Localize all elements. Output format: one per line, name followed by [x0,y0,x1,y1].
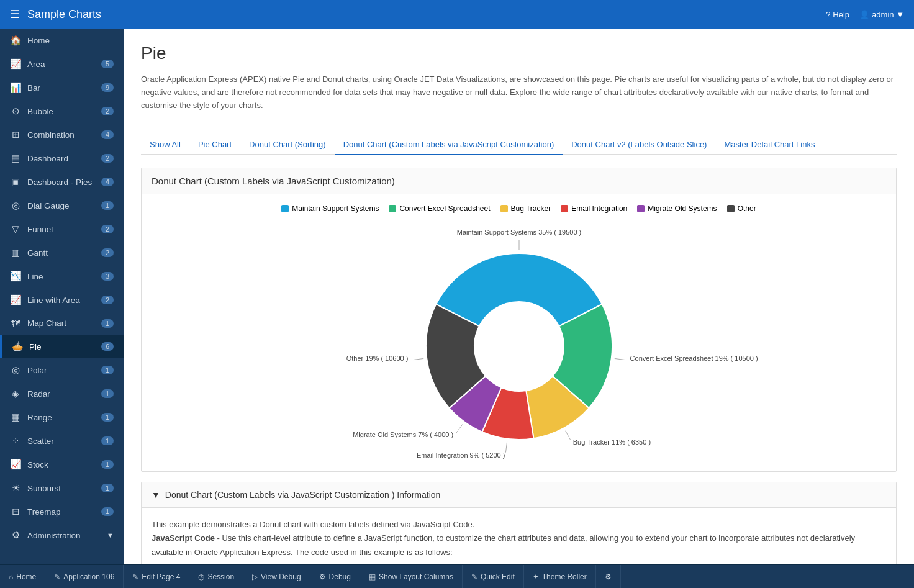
sidebar-badge: 2 [101,225,114,233]
sidebar-item-range[interactable]: ▦ Range 1 [0,405,124,429]
sidebar-item-sunburst[interactable]: ☀ Sunburst 1 [0,476,124,500]
legend-dot [727,205,735,212]
legend-item: Bug Tracker [500,204,551,213]
legend-item: Migrate Old Systems [637,204,717,213]
hamburger-icon[interactable]: ☰ [10,7,20,21]
sidebar-icon: ◈ [10,388,21,399]
bottom-bar-item-7[interactable]: ✎ Quick Edit [463,565,524,588]
legend-item: Convert Excel Spreadsheet [389,204,490,213]
tab-5[interactable]: Master Detail Chart Links [715,135,823,155]
sidebar-icon: ▣ [10,176,21,188]
sidebar-icon: ⊞ [10,129,21,140]
sidebar-item-dashboard---pies[interactable]: ▣ Dashboard - Pies 4 [0,170,124,194]
sidebar-item-polar[interactable]: ◎ Polar 1 [0,358,124,382]
admin-label: admin ▼ [872,10,904,19]
legend-label: Email Integration [571,204,627,213]
legend-dot [389,205,396,212]
sidebar-icon: ☀ [10,482,21,494]
bottom-icon: ✎ [54,572,60,581]
sidebar-icon: 📈 [10,459,21,470]
sidebar-item-gantt[interactable]: ▥ Gantt 2 [0,241,124,265]
bottom-bar-item-5[interactable]: ⚙ Debug [310,565,360,588]
app-title: Sample Charts [27,8,826,21]
sidebar-item-dial-gauge[interactable]: ◎ Dial Gauge 1 [0,194,124,217]
bottom-bar-item-3[interactable]: ◷ Session [189,565,243,588]
tab-1[interactable]: Pie Chart [189,135,240,155]
sidebar-icon: ◎ [10,200,21,211]
sidebar-item-pie[interactable]: 🥧 Pie 6 [0,335,124,358]
admin-link[interactable]: 👤 admin ▼ [859,10,904,19]
sidebar-label: Map Chart [27,319,101,328]
sidebar-label: Dashboard [27,154,101,163]
bottom-bar-item-8[interactable]: ✦ Theme Roller [524,565,596,588]
svg-line-1 [614,359,625,360]
sidebar-badge: 1 [101,507,114,516]
tab-4[interactable]: Donut Chart v2 (Labels Outside Slice) [563,135,715,155]
sidebar-label: Treemap [27,507,101,517]
chart-section: Donut Chart (Custom Labels via JavaScrip… [141,168,897,472]
sidebar-label: Bar [27,83,101,93]
sidebar-item-radar[interactable]: ◈ Radar 1 [0,382,124,405]
sidebar-item-combination[interactable]: ⊞ Combination 4 [0,123,124,147]
sidebar-icon: 📉 [10,271,21,282]
bottom-icon: ▦ [369,572,376,581]
header-right: ? Help 👤 admin ▼ [826,10,904,19]
svg-line-4 [456,425,462,433]
legend-dot [637,205,645,212]
sidebar-item-stock[interactable]: 📈 Stock 1 [0,453,124,476]
sidebar-item-home[interactable]: 🏠 Home [0,29,124,52]
sidebar-item-bar[interactable]: 📊 Bar 9 [0,76,124,99]
page-title: Pie [141,43,897,63]
sidebar-badge: 3 [101,272,114,281]
sidebar-badge: 2 [101,107,114,115]
sidebar-item-dashboard[interactable]: ▤ Dashboard 2 [0,147,124,170]
sidebar-label: Area [27,60,101,69]
bottom-label: Home [16,572,36,581]
tab-2[interactable]: Donut Chart (Sorting) [240,135,335,155]
chart-body: Maintain Support Systems Convert Excel S… [142,194,896,471]
sidebar-badge: 1 [101,366,114,374]
bottom-bar: ⌂ Home✎ Application 106✎ Edit Page 4◷ Se… [0,564,914,588]
sidebar-badge: 2 [101,154,114,163]
sidebar-item-line[interactable]: 📉 Line 3 [0,265,124,288]
sidebar-item-administration[interactable]: ⚙ Administration ▼ [0,523,124,547]
info-section-header[interactable]: ▼ Donut Chart (Custom Labels via JavaScr… [142,482,896,508]
tab-3[interactable]: Donut Chart (Custom Labels via JavaScrip… [335,135,563,155]
sidebar-icon: ⚙ [10,530,21,541]
sidebar-badge: 4 [101,178,114,186]
tabs-row: Show AllPie ChartDonut Chart (Sorting)Do… [141,135,897,155]
sidebar-item-funnel[interactable]: ▽ Funnel 2 [0,217,124,241]
sidebar-label: Pie [29,342,101,351]
sidebar-item-area[interactable]: 📈 Area 5 [0,52,124,76]
tab-0[interactable]: Show All [141,135,189,155]
legend-item: Other [727,204,756,213]
bottom-bar-item-4[interactable]: ▷ View Debug [243,565,310,588]
bottom-icon: ✎ [471,572,477,581]
legend-label: Migrate Old Systems [648,204,717,213]
bottom-bar-item-6[interactable]: ▦ Show Layout Columns [360,565,463,588]
sidebar-arrow: ▼ [107,531,114,539]
sidebar-icon: ▥ [10,247,21,258]
sidebar-icon: ▽ [10,224,21,235]
bottom-bar-item-9[interactable]: ⚙ [596,565,621,588]
sidebar-label: Polar [27,366,101,375]
chart-label: Maintain Support Systems 35% ( 19500 ) [456,228,581,236]
legend-dot [561,205,568,212]
bottom-label: Quick Edit [481,572,515,581]
help-link[interactable]: ? Help [826,10,849,19]
sidebar-item-line-with-area[interactable]: 📈 Line with Area 2 [0,288,124,312]
sidebar-badge: 1 [101,201,114,210]
bottom-label: Theme Roller [542,572,587,581]
sidebar-item-treemap[interactable]: ⊟ Treemap 1 [0,500,124,523]
sidebar-item-bubble[interactable]: ⊙ Bubble 2 [0,99,124,123]
sidebar-badge: 1 [101,460,114,469]
sidebar-label: Administration [27,531,104,540]
bottom-bar-item-1[interactable]: ✎ Application 106 [45,565,124,588]
sidebar-item-map-chart[interactable]: 🗺 Map Chart 1 [0,312,124,335]
bottom-bar-item-2[interactable]: ✎ Edit Page 4 [124,565,189,588]
sidebar-item-scatter[interactable]: ⁘ Scatter 1 [0,429,124,453]
collapse-icon: ▼ [152,490,160,500]
chart-legend: Maintain Support Systems Convert Excel S… [152,204,886,213]
sidebar-label: Dashboard - Pies [27,178,101,187]
bottom-bar-item-0[interactable]: ⌂ Home [0,565,45,588]
